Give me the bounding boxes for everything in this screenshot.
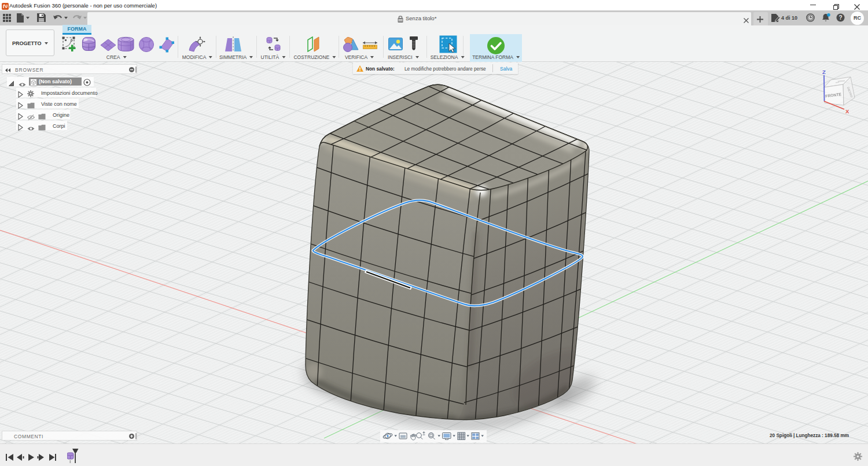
svg-text:Z: Z xyxy=(822,69,826,75)
svg-text:?: ? xyxy=(838,14,842,21)
svg-text:X: X xyxy=(845,108,849,114)
